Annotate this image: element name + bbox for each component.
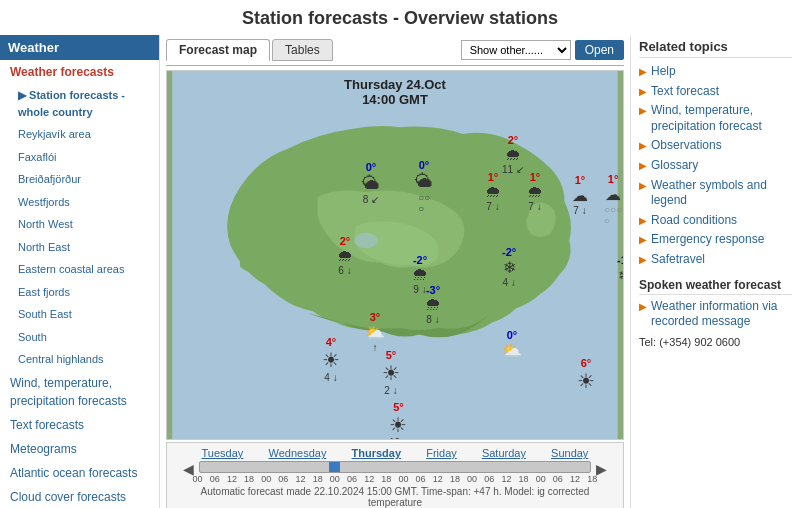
related-road[interactable]: ▶ Road conditions bbox=[639, 213, 792, 229]
hour-labels: 00061218 00061218 00061218 00061218 0006… bbox=[189, 474, 601, 484]
right-panel: Related topics ▶ Help ▶ Text forecast ▶ … bbox=[630, 35, 800, 508]
arrow-icon-4: ▶ bbox=[639, 139, 647, 152]
related-help[interactable]: ▶ Help bbox=[639, 64, 792, 80]
arrow-icon-8: ▶ bbox=[639, 233, 647, 246]
related-text-forecast[interactable]: ▶ Text forecast bbox=[639, 84, 792, 100]
weather-marker-s-extreme: 5° ☀ 10 ↓ bbox=[389, 401, 408, 440]
related-emergency[interactable]: ▶ Emergency response bbox=[639, 232, 792, 248]
sidebar-text-forecasts[interactable]: Text forecasts bbox=[0, 413, 159, 437]
sidebar-breidafjordur[interactable]: Breiðafjörður bbox=[0, 168, 159, 191]
related-glossary[interactable]: ▶ Glossary bbox=[639, 158, 792, 174]
sidebar-weather-forecasts[interactable]: Weather forecasts bbox=[0, 60, 159, 84]
sidebar-westfjords[interactable]: Westfjords bbox=[0, 191, 159, 214]
day-sunday[interactable]: Sunday bbox=[551, 447, 588, 459]
sidebar-weather-label: Weather bbox=[0, 35, 159, 60]
weather-marker-ses: 6° ☀ bbox=[577, 357, 595, 393]
page-title: Station forecasts - Overview stations bbox=[0, 0, 800, 35]
related-safetravel[interactable]: ▶ Safetravel bbox=[639, 252, 792, 268]
center-panel: Forecast map Tables Show other...... Ope… bbox=[160, 35, 630, 508]
sidebar-eastern-coastal[interactable]: Eastern coastal areas bbox=[0, 258, 159, 281]
sidebar-southeast[interactable]: South East bbox=[0, 303, 159, 326]
arrow-icon-6: ▶ bbox=[639, 179, 647, 192]
sidebar-central-highlands[interactable]: Central highlands bbox=[0, 348, 159, 371]
tab-forecast-map[interactable]: Forecast map bbox=[166, 39, 270, 61]
sidebar-wind-temp[interactable]: Wind, temperature,precipitation forecast… bbox=[0, 371, 159, 413]
weather-marker-ne-top: 2° 🌧 11 ↙ bbox=[502, 134, 524, 175]
sidebar-faxafloi[interactable]: Faxaflói bbox=[0, 146, 159, 169]
svg-point-1 bbox=[354, 233, 377, 248]
arrow-icon-5: ▶ bbox=[639, 159, 647, 172]
timeline-right-arrow[interactable]: ▶ bbox=[596, 461, 607, 477]
arrow-icon-10: ▶ bbox=[639, 300, 647, 313]
weather-marker-e-fjords: 1° ☁ ○○○○ bbox=[604, 173, 622, 226]
weather-marker-cs: 0° ⛅ bbox=[502, 329, 522, 360]
weather-marker-south: 5° ☀ 2 ↓ bbox=[382, 349, 400, 396]
sidebar: Weather Weather forecasts ▶ Station fore… bbox=[0, 35, 160, 508]
sidebar-reykjavik[interactable]: Reykjavík area bbox=[0, 123, 159, 146]
related-wind-temp[interactable]: ▶ Wind, temperature, precipitation forec… bbox=[639, 103, 792, 134]
weather-marker-e-coast: 1° ☁ 7 ↓ bbox=[572, 174, 588, 216]
weather-marker-n: 0° 🌥 ○○○ bbox=[415, 159, 433, 214]
forecast-note: Automatic forecast made 22.10.2024 15:00… bbox=[173, 486, 617, 508]
weather-marker-w: 2° 🌧 6 ↓ bbox=[337, 235, 353, 276]
spoken-forecast-title: Spoken weather forecast bbox=[639, 278, 792, 295]
tabs-right: Show other...... Open bbox=[461, 40, 624, 60]
day-labels[interactable]: Tuesday Wednesday Thursday Friday Saturd… bbox=[173, 447, 617, 459]
arrow-icon-2: ▶ bbox=[639, 85, 647, 98]
day-friday[interactable]: Friday bbox=[426, 447, 457, 459]
arrow-icon-3: ▶ bbox=[639, 104, 647, 117]
timeline-left-arrow[interactable]: ◀ bbox=[183, 461, 194, 477]
weather-marker-ne2: 1° 🌧 7 ↓ bbox=[527, 171, 543, 212]
show-other-dropdown[interactable]: Show other...... bbox=[461, 40, 571, 60]
spoken-forecast-link[interactable]: ▶ Weather information via recorded messa… bbox=[639, 299, 792, 330]
arrow-icon-9: ▶ bbox=[639, 253, 647, 266]
related-topics-title: Related topics bbox=[639, 39, 792, 58]
related-observations[interactable]: ▶ Observations bbox=[639, 138, 792, 154]
weather-marker-ne: 1° 🌧 7 ↓ bbox=[485, 171, 501, 212]
day-saturday[interactable]: Saturday bbox=[482, 447, 526, 459]
tabs-open-button[interactable]: Open bbox=[575, 40, 624, 60]
sidebar-station-whole-country[interactable]: ▶ Station forecasts - whole country bbox=[0, 84, 159, 123]
day-wednesday[interactable]: Wednesday bbox=[269, 447, 327, 459]
sidebar-cloud-cover[interactable]: Cloud cover forecasts bbox=[0, 485, 159, 509]
spoken-forecast-phone: Tel: (+354) 902 0600 bbox=[639, 334, 792, 351]
sidebar-south[interactable]: South bbox=[0, 326, 159, 349]
weather-marker-nw: 0° 🌥 8 ↙ bbox=[362, 161, 380, 205]
timeline-bar: ◀ ▶ bbox=[183, 461, 607, 473]
sidebar-northeast[interactable]: North East bbox=[0, 236, 159, 259]
weather-marker-central: -3° 🌨 8 ↓ bbox=[425, 284, 441, 325]
sidebar-atlantic-ocean[interactable]: Atlantic ocean forecasts bbox=[0, 461, 159, 485]
day-thursday[interactable]: Thursday bbox=[352, 447, 402, 459]
sidebar-northwest[interactable]: North West bbox=[0, 213, 159, 236]
tabs-bar: Forecast map Tables Show other...... Ope… bbox=[166, 35, 624, 66]
sidebar-meteograms[interactable]: Meteograms bbox=[0, 437, 159, 461]
map-title: Thursday 24.Oct 14:00 GMT bbox=[344, 77, 446, 107]
weather-marker-sw-int: 3° ⛅ ↑ bbox=[365, 311, 385, 353]
tab-tables[interactable]: Tables bbox=[272, 39, 333, 61]
arrow-icon-7: ▶ bbox=[639, 214, 647, 227]
sidebar-east-fjords[interactable]: East fjords bbox=[0, 281, 159, 304]
day-tuesday[interactable]: Tuesday bbox=[202, 447, 244, 459]
timeline-progress bbox=[199, 461, 591, 473]
weather-marker-e-int: -1° ❄ bbox=[617, 254, 624, 285]
related-weather-symbols[interactable]: ▶ Weather symbols and legend bbox=[639, 178, 792, 209]
timeline-area: Tuesday Wednesday Thursday Friday Saturd… bbox=[166, 442, 624, 508]
forecast-map: Thursday 24.Oct 14:00 GMT 0° 🌥 8 ↙ 0° 🌥 … bbox=[166, 70, 624, 440]
weather-marker-ne-high: -2° ❄ 4 ↓ bbox=[502, 246, 516, 288]
arrow-icon: ▶ bbox=[639, 65, 647, 78]
weather-marker-rvk: 4° ☀ 4 ↓ bbox=[322, 336, 340, 383]
